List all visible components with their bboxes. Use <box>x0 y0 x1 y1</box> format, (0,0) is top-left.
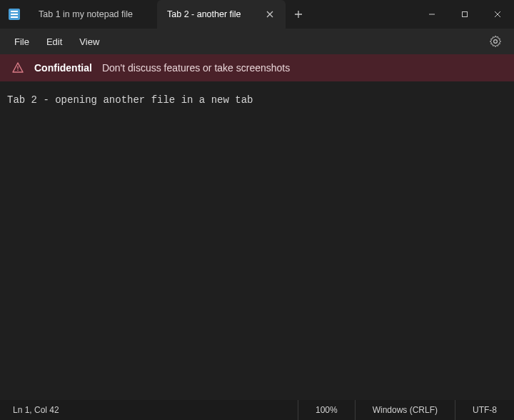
gear-icon <box>490 36 501 47</box>
menu-view[interactable]: View <box>71 32 108 51</box>
tab-2[interactable]: Tab 2 - another file <box>157 0 286 29</box>
tab-strip: Tab 1 in my notepad file Tab 2 - another… <box>29 0 286 29</box>
warning-icon <box>11 61 24 74</box>
close-window-button[interactable] <box>481 0 514 29</box>
banner-title: Confidential <box>34 62 92 74</box>
titlebar-drag-region[interactable] <box>311 0 415 29</box>
svg-rect-2 <box>17 70 18 71</box>
status-position[interactable]: Ln 1, Col 42 <box>0 400 298 420</box>
window-controls <box>415 0 514 29</box>
close-icon <box>266 11 273 18</box>
plus-icon <box>294 10 303 19</box>
settings-button[interactable] <box>484 30 507 53</box>
minimize-button[interactable] <box>415 0 448 29</box>
status-line-ending[interactable]: Windows (CRLF) <box>355 400 455 420</box>
notepad-icon <box>9 9 20 20</box>
maximize-icon <box>461 11 468 18</box>
maximize-button[interactable] <box>448 0 481 29</box>
tab-title: Tab 1 in my notepad file <box>39 9 147 19</box>
status-encoding[interactable]: UTF-8 <box>455 400 514 420</box>
tab-1[interactable]: Tab 1 in my notepad file <box>29 0 157 29</box>
minimize-icon <box>428 11 435 18</box>
close-icon <box>494 11 501 18</box>
status-zoom[interactable]: 100% <box>298 400 355 420</box>
menu-file[interactable]: File <box>6 32 38 51</box>
close-tab-button[interactable] <box>264 9 276 20</box>
menubar: File Edit View <box>0 29 514 54</box>
new-tab-button[interactable] <box>286 0 311 29</box>
tab-title: Tab 2 - another file <box>167 9 257 19</box>
svg-rect-0 <box>463 12 468 17</box>
text-editor[interactable]: Tab 2 - opening another file in a new ta… <box>0 81 514 400</box>
banner-text: Don't discuss features or take screensho… <box>102 62 290 74</box>
app-icon <box>0 0 29 29</box>
titlebar: Tab 1 in my notepad file Tab 2 - another… <box>0 0 514 29</box>
svg-rect-1 <box>17 66 18 69</box>
menu-edit[interactable]: Edit <box>38 32 71 51</box>
statusbar: Ln 1, Col 42 100% Windows (CRLF) UTF-8 <box>0 400 514 420</box>
confidential-banner: Confidential Don't discuss features or t… <box>0 54 514 81</box>
